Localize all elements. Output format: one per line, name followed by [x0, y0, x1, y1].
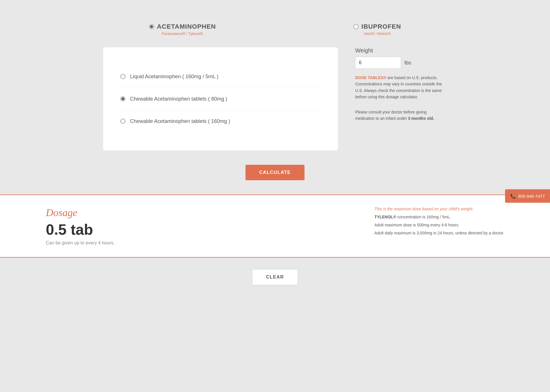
- drug-option-acetaminophen[interactable]: ACETAMINOPHEN Paracetamol® / Tylenol®: [149, 23, 216, 36]
- drug-option-ibuprofen-header: IBUPROFEN: [353, 23, 401, 30]
- radio-chewable160[interactable]: [120, 119, 125, 124]
- clear-section: CLEAR: [0, 269, 550, 285]
- medication-option-liquid-label: Liquid Acetaminophen ( 160mg / 5mL ): [130, 74, 219, 80]
- page-wrapper: ACETAMINOPHEN Paracetamol® / Tylenol® IB…: [0, 0, 550, 392]
- dose-tables-highlight: DOSE TABLES®: [355, 75, 386, 80]
- medication-option-liquid[interactable]: Liquid Acetaminophen ( 160mg / 5mL ): [120, 66, 321, 88]
- medication-panel: Liquid Acetaminophen ( 160mg / 5mL ) Che…: [103, 47, 338, 150]
- radio-chewable80[interactable]: [120, 96, 125, 101]
- drug-selection-row: ACETAMINOPHEN Paracetamol® / Tylenol® IB…: [0, 17, 550, 36]
- dosage-info-line-0: concentration is 160mg / 5mL.: [396, 215, 451, 219]
- phone-button[interactable]: 📞 805-946-7477: [505, 189, 550, 203]
- dosage-info-tylenol: TYLENOL® concentration is 160mg / 5mL.: [374, 215, 504, 219]
- dosage-right: This is the maximum dose based on your c…: [374, 207, 504, 235]
- drug-option-ibuprofen-name: IBUPROFEN: [362, 23, 401, 30]
- medication-option-chewable160[interactable]: Chewable Acetaminophen tablets ( 160mg ): [120, 110, 321, 132]
- dosage-info-daily-max: Adult daily maximum is 3,000mg in 24 hou…: [374, 231, 504, 235]
- calculate-button[interactable]: CALCULATE: [245, 165, 305, 180]
- weight-input-row: lbs: [355, 57, 447, 69]
- dosage-brand-name: TYLENOL®: [374, 215, 396, 219]
- main-content: Liquid Acetaminophen ( 160mg / 5mL ) Che…: [0, 47, 550, 150]
- phone-icon: 📞: [510, 193, 516, 199]
- dose-tables-info: DOSE TABLES® are based on U.S. products.…: [355, 75, 447, 100]
- medication-option-chewable160-label: Chewable Acetaminophen tablets ( 160mg ): [130, 118, 230, 124]
- dosage-max-note: This is the maximum dose based on your c…: [374, 207, 504, 211]
- consult-notice: Please consult your doctor before giving…: [355, 109, 447, 122]
- consult-bold-text: 3 months old.: [408, 116, 434, 121]
- drug-option-ibuprofen-sub: Advil® / Motrin®: [364, 32, 391, 36]
- dosage-frequency: Can be given up to every 4 hours.: [46, 240, 115, 246]
- medication-option-chewable80[interactable]: Chewable Acetaminophen tablets ( 80mg ): [120, 88, 321, 110]
- weight-input[interactable]: [355, 57, 401, 69]
- phone-number: 805-946-7477: [518, 194, 545, 199]
- weight-label: Weight: [355, 47, 447, 54]
- drug-option-acetaminophen-sub: Paracetamol® / Tylenol®: [162, 32, 203, 36]
- dosage-title: Dosage: [46, 207, 115, 219]
- dosage-info-adult-max: Adult maximum dose is 500mg every 4-6 ho…: [374, 223, 504, 227]
- clear-button[interactable]: CLEAR: [252, 269, 298, 285]
- dosage-value: 0.5 tab: [46, 221, 115, 238]
- drug-option-acetaminophen-header: ACETAMINOPHEN: [149, 23, 216, 30]
- radio-ibuprofen[interactable]: [353, 24, 359, 29]
- calculate-section: CALCULATE: [0, 165, 550, 180]
- drug-option-acetaminophen-name: ACETAMINOPHEN: [157, 23, 216, 30]
- dosage-left: Dosage 0.5 tab Can be given up to every …: [46, 207, 115, 246]
- right-panel: Weight lbs DOSE TABLES® are based on U.S…: [355, 47, 447, 150]
- radio-acetaminophen[interactable]: [149, 24, 154, 29]
- dosage-section: Dosage 0.5 tab Can be given up to every …: [0, 195, 550, 258]
- weight-section: Weight lbs: [355, 47, 447, 69]
- medication-option-chewable80-label: Chewable Acetaminophen tablets ( 80mg ): [130, 96, 227, 102]
- drug-option-ibuprofen[interactable]: IBUPROFEN Advil® / Motrin®: [353, 23, 401, 36]
- weight-unit: lbs: [404, 60, 411, 66]
- radio-liquid[interactable]: [120, 74, 125, 79]
- weight-input-container: [355, 57, 401, 69]
